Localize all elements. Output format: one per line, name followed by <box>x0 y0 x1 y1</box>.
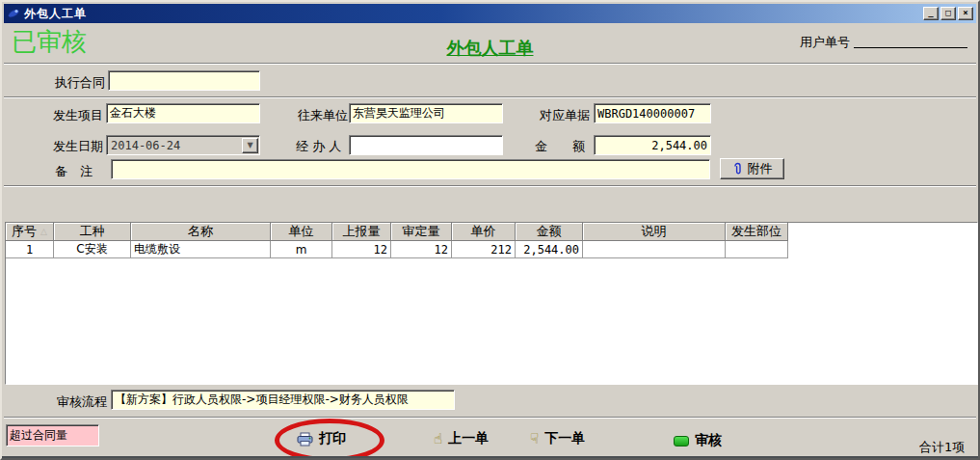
date-value: 2014-06-24 <box>107 139 241 152</box>
separator <box>4 185 976 187</box>
maximize-button[interactable]: □ <box>940 7 956 20</box>
total-count-label: 合计1项 <box>919 439 965 456</box>
amount-label: 金 额 <box>535 138 585 155</box>
separator <box>4 63 976 65</box>
audit-button[interactable]: 审核 <box>674 432 722 449</box>
doc-no-label: 对应单据 <box>540 107 590 124</box>
handler-label: 经 办 人 <box>296 138 341 155</box>
minimize-button[interactable]: _ <box>923 7 939 20</box>
user-no-label: 用户单号 <box>800 34 850 51</box>
workflow-input[interactable] <box>111 390 455 410</box>
warning-input[interactable] <box>6 424 99 446</box>
project-input[interactable] <box>106 103 260 123</box>
separator <box>4 96 976 98</box>
separator <box>4 417 976 419</box>
column-header[interactable]: 发生部位 <box>726 223 788 241</box>
hand-down-icon: ☟ <box>530 432 539 446</box>
close-button[interactable]: × <box>958 7 973 20</box>
column-header[interactable]: 单价 <box>452 223 516 241</box>
window-title: 外包人工单 <box>24 6 87 22</box>
previous-order-label: 上一单 <box>448 430 489 447</box>
cell-name: 电缆敷设 <box>131 241 271 258</box>
title-bar[interactable]: 外包人工单 _ □ × <box>4 4 976 23</box>
paperclip-icon <box>732 162 743 176</box>
app-window: 外包人工单 _ □ × 已审核 外包人工单 用户单号 执行合同 发生项目 往来单… <box>0 0 980 460</box>
cell-reported: 12 <box>332 241 391 258</box>
green-status-icon <box>674 436 689 446</box>
table-header-row: 序号 △ 工种 名称 单位 上报量 审定量 单价 金额 说明 发生部位 <box>6 223 977 241</box>
cell-worktype: C安装 <box>54 241 131 258</box>
column-header[interactable]: 名称 <box>131 223 271 241</box>
cell-unitprice: 212 <box>452 241 516 258</box>
date-dropdown[interactable]: 2014-06-24 ▼ <box>106 135 260 155</box>
print-button-label: 打印 <box>319 430 346 447</box>
next-order-button[interactable]: ☟ 下一单 <box>530 430 585 447</box>
cell-note <box>583 241 726 258</box>
column-header[interactable]: 金额 <box>516 223 583 241</box>
project-label: 发生项目 <box>53 107 103 124</box>
counterparty-label: 往来单位 <box>298 107 348 124</box>
chevron-down-icon[interactable]: ▼ <box>242 138 258 153</box>
previous-order-button[interactable]: ☝ 上一单 <box>434 430 489 447</box>
column-header-label: 序号 <box>12 223 37 240</box>
sort-indicator-icon: △ <box>40 227 47 236</box>
column-header[interactable]: 工种 <box>54 223 131 241</box>
contract-input[interactable] <box>108 70 260 91</box>
detail-table: 序号 △ 工种 名称 单位 上报量 审定量 单价 金额 说明 发生部位 1 C安… <box>5 222 978 385</box>
table-row[interactable]: 1 C安装 电缆敷设 m 12 12 212 2,544.00 <box>6 241 977 258</box>
user-no-underline <box>854 47 967 48</box>
column-header[interactable]: 审定量 <box>391 223 452 241</box>
column-header[interactable]: 单位 <box>271 223 332 241</box>
printer-icon <box>297 432 313 446</box>
contract-label: 执行合同 <box>55 74 105 92</box>
date-label: 发生日期 <box>53 138 103 155</box>
print-button[interactable]: 打印 <box>297 430 346 447</box>
remark-input[interactable] <box>111 159 710 179</box>
hand-up-icon: ☝ <box>434 432 442 446</box>
column-header[interactable]: 序号 △ <box>6 223 54 241</box>
audit-button-label: 审核 <box>695 432 722 449</box>
workflow-label: 审核流程 <box>57 393 107 411</box>
app-icon <box>7 7 20 20</box>
cell-location <box>726 241 788 258</box>
attachment-button-label: 附件 <box>748 160 773 177</box>
window-bottom-edge <box>2 456 978 459</box>
column-header[interactable]: 上报量 <box>332 223 391 241</box>
amount-input[interactable] <box>594 135 711 155</box>
cell-unit: m <box>271 241 332 258</box>
next-order-label: 下一单 <box>544 430 585 447</box>
cell-approved: 12 <box>391 241 452 258</box>
counterparty-input[interactable] <box>349 103 503 123</box>
cell-seq: 1 <box>6 241 54 258</box>
remark-label: 备 注 <box>55 163 93 180</box>
doc-no-input[interactable] <box>594 103 711 123</box>
attachment-button[interactable]: 附件 <box>720 158 784 179</box>
cell-amount: 2,544.00 <box>516 241 583 258</box>
column-header[interactable]: 说明 <box>583 223 726 241</box>
handler-input[interactable] <box>349 135 503 155</box>
